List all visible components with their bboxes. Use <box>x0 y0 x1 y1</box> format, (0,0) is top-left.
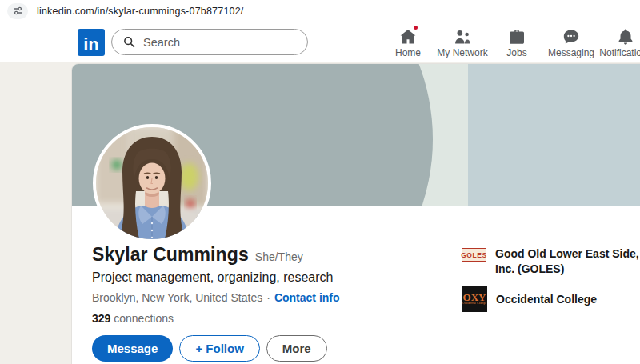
profile-photo-illustration <box>96 127 208 239</box>
nav-item-my-network[interactable]: My Network <box>435 22 490 62</box>
connections-count[interactable]: 329 <box>92 312 110 325</box>
messaging-icon <box>562 27 581 46</box>
profile-name: Skylar Cummings <box>92 244 249 266</box>
search-icon <box>122 35 136 49</box>
contact-info-link[interactable]: Contact info <box>274 291 340 304</box>
linkedin-navbar: in Home My Network <box>0 22 640 62</box>
site-settings-icon[interactable] <box>7 3 28 19</box>
profile-highlights: GOLES Good Old Lower East Side, Inc. (GO… <box>462 246 640 322</box>
company-logo-goles: GOLES <box>462 248 486 262</box>
banner-right-panel <box>468 64 640 206</box>
url-text[interactable]: linkedin.com/in/skylar-cummings-07b87710… <box>37 6 244 17</box>
nav-label-my-network: My Network <box>437 47 487 58</box>
nav-item-jobs[interactable]: Jobs <box>490 22 544 62</box>
profile-intro-card: Skylar Cummings She/They Project managem… <box>72 64 640 364</box>
nav-label-jobs: Jobs <box>506 47 526 58</box>
nav-label-messaging: Messaging <box>548 47 594 58</box>
school-logo-text: OXY <box>463 293 486 302</box>
jobs-icon <box>507 27 526 46</box>
search-box[interactable] <box>111 29 308 55</box>
company-name: Good Old Lower East Side, Inc. (GOLES) <box>495 246 640 277</box>
message-button[interactable]: Message <box>92 335 173 362</box>
nav-label-home: Home <box>395 47 421 58</box>
nav-item-home[interactable]: Home <box>381 22 435 62</box>
profile-photo[interactable] <box>93 124 211 242</box>
bell-icon <box>616 27 635 46</box>
school-name: Occidental College <box>496 292 597 307</box>
nav-item-messaging[interactable]: Messaging <box>544 22 598 62</box>
nav-item-notifications[interactable]: Notifications <box>598 22 640 62</box>
profile-pronouns: She/They <box>255 250 303 263</box>
browser-url-bar[interactable]: linkedin.com/in/skylar-cummings-07b87710… <box>0 0 640 22</box>
connections-label[interactable]: connections <box>114 312 174 325</box>
school-logo-oxy: OXY Occidental College <box>462 286 487 312</box>
notification-dot <box>412 24 419 31</box>
profile-actions: Message + Follow More <box>92 335 640 362</box>
nav-items: Home My Network Jobs Messa <box>381 22 640 62</box>
school-logo-subtext: Occidental College <box>462 302 486 305</box>
nav-label-notifications: Notifications <box>599 47 640 58</box>
location-separator: · <box>266 291 270 304</box>
search-input[interactable] <box>143 36 291 49</box>
my-network-icon <box>453 27 472 46</box>
current-company-row[interactable]: GOLES Good Old Lower East Side, Inc. (GO… <box>462 246 640 277</box>
profile-location: Brooklyn, New York, United States <box>92 291 262 304</box>
follow-button[interactable]: + Follow <box>179 335 259 362</box>
education-row[interactable]: OXY Occidental College Occidental Colleg… <box>462 286 640 312</box>
linkedin-logo[interactable]: in <box>78 29 105 56</box>
more-button[interactable]: More <box>266 335 327 362</box>
